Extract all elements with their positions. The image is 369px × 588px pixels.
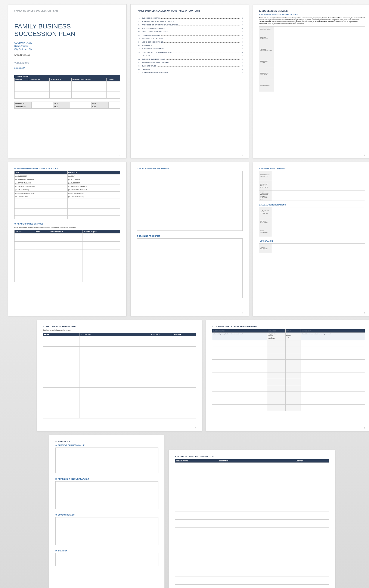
page-2-toc: FAMILY BUSINESS SUCCESSION PLAN TABLE OF…	[130, 4, 249, 158]
table-row: (ex. OPERATIONS)(ex. OFFICE MANAGER)	[15, 195, 120, 198]
page-1-cover: FAMILY BUSINESS SUCCESSION PLAN FAMILY B…	[8, 4, 127, 158]
web-address: webaddress.com	[14, 54, 120, 56]
page-10-supporting-docs: 5. SUPPORTING DOCUMENTATION DOCUMENT NAM…	[168, 450, 335, 588]
toc-item: 3.CONTINGENCY / RISK MANAGEMENT4	[137, 51, 243, 53]
version-history-caption: VERSION HISTORY	[14, 75, 120, 78]
toc-item: A.CURRENT BUSINESS VALUE4	[137, 58, 243, 60]
buyout-details-box	[55, 517, 158, 545]
section-1f-heading: F. REGISTRATION CHANGES	[259, 167, 365, 170]
table-row: (ex. SUCCESSOR)(ex. SELF)	[15, 175, 120, 178]
table-row: (ex. OFFICE MANAGER)(ex. SUCCESSOR)	[15, 181, 120, 185]
page-6-registration-legal-insurance: F. REGISTRATION CHANGES REGISTRATION TRA…	[253, 162, 369, 316]
taxation-box	[55, 553, 158, 566]
key-personnel-table: JOB TITLENAME SKILLS REQUIREDTRAINING RE…	[14, 230, 120, 282]
page-5-skills-training: D. SKILL RETENTION STRATEGIES E. TRAININ…	[130, 162, 249, 316]
table-row	[175, 487, 329, 495]
table-row: (ex. SALESPERSON)(ex. MARKETING MANAGER)	[15, 188, 120, 192]
toc-item: C.KEY PERSONNEL CHANGES4	[137, 27, 243, 29]
header-small: FAMILY BUSINESS SUCCESSION PLAN	[14, 10, 120, 12]
section-1g-heading: G. LEGAL CONSIDERATIONS	[259, 204, 365, 206]
section-1e-heading: E. TRAINING PROGRAMS	[137, 235, 243, 237]
page-4-org-personnel: B. PROPOSED ORGANIZATIONAL STRUCTURE TIT…	[8, 162, 127, 316]
toc-item: A.BUSINESS AND SUCCESSION DETAILS3	[137, 21, 243, 22]
page-9-finances: 4. FINANCES A. CURRENT BUSINESS VALUE B.…	[49, 435, 165, 588]
table-row	[175, 552, 329, 560]
timeframe-table: PHASE ACTION ITEMS START DATE END DATE	[43, 333, 196, 418]
toc-item: C.BUYOUT DETAILS4	[137, 65, 243, 67]
section-1d-heading: D. SKILL RETENTION STRATEGIES	[137, 167, 243, 170]
current-business-value-box	[55, 447, 158, 473]
toc-item: H.INSURANCE4	[137, 44, 243, 46]
insurance-table: CURRENT INSURANCE	[259, 243, 365, 253]
section-4-heading: 4. FINANCES	[55, 440, 158, 443]
business-details-table: BUSINESS NAME BUSINESS STRUCTURE PLANNED…	[259, 26, 365, 92]
table-row	[175, 471, 329, 479]
page-8-risk: 3. CONTINGENCY / RISK MANAGEMENT SUCCESS…	[206, 320, 369, 431]
table-row	[175, 511, 329, 520]
toc-item: B.PROPOSED ORGANIZATIONAL STRUCTURE4	[137, 24, 243, 26]
toc-header: FAMILY BUSINESS SUCCESSION PLAN TABLE OF…	[137, 10, 243, 12]
registration-changes-table: REGISTRATION TRANSFERS CHANGE OF BUSINES…	[259, 171, 365, 201]
toc-item: 4.FINANCES4	[137, 55, 243, 57]
section-1-heading: 1. SUCCESSION DETAILS	[259, 10, 365, 12]
date-line: 00/00/0000	[14, 67, 120, 70]
section-3-heading: 3. CONTINGENCY / RISK MANAGEMENT	[212, 325, 365, 328]
table-row	[175, 577, 329, 585]
toc-item: G.LEGAL CONSIDERATIONS4	[137, 41, 243, 43]
section-1a-heading: A. BUSINESS AND SUCCESSION DETAILS	[259, 13, 365, 16]
table-row	[175, 495, 329, 503]
org-structure-table: TITLEREPORTS TO (ex. SUCCESSOR)(ex. SELF…	[14, 171, 120, 219]
version-history-table: VERSION APPROVED BY REVISION DATE DESCRI…	[14, 78, 120, 99]
section-4b-heading: B. RETIREMENT INCOME / PAYMENT	[55, 478, 158, 480]
training-programs-box	[137, 238, 243, 298]
table-row	[175, 536, 329, 544]
table-row	[175, 479, 329, 487]
section-4d-heading: D. TAXATION	[55, 550, 158, 552]
legal-considerations-table: CONTRACTS / LEGAL DOCUMENTS BUY-SELL AGR…	[259, 207, 365, 237]
toc-item: 1.SUCCESSION DETAILS3	[137, 17, 243, 19]
toc-item: E.TRAINING PROGRAMS4	[137, 34, 243, 36]
toc-item: D.SKILL RETENTION STRATEGIES4	[137, 31, 243, 33]
section-1a-instructions: Business Name as registered; Business St…	[259, 17, 365, 25]
table-row: (ex. EVENTS COORDINATOR)(ex. MARKETING M…	[15, 185, 120, 188]
table-row	[175, 568, 329, 577]
risk-table: SUCCESSION RISK LIKELIHOOD IMPACT CONTIN…	[212, 329, 365, 411]
retirement-income-box	[55, 481, 158, 509]
table-row	[175, 544, 329, 552]
toc-item: B.RETIREMENT INCOME / PAYMENT4	[137, 62, 243, 63]
table-row: (ex. EXECUTIVE ASSISTANT)(ex. OFFICE MAN…	[15, 192, 120, 195]
table-row	[175, 528, 329, 536]
section-4c-heading: C. BUYOUT DETAILS	[55, 514, 158, 516]
doc-title: FAMILY BUSINESSSUCCESSION PLAN	[14, 23, 120, 37]
section-1c-heading: C. KEY PERSONNEL CHANGES	[14, 223, 120, 225]
company-info: COMPANY NAME Street Address City, State …	[14, 41, 120, 51]
version-line: VERSION 0.0.0	[14, 62, 120, 64]
section-1b-heading: B. PROPOSED ORGANIZATIONAL STRUCTURE	[14, 167, 120, 170]
toc-item: 2.SUCCESSION TIMEFRAME4	[137, 48, 243, 50]
section-2-heading: 2. SUCCESSION TIMEFRAME	[43, 325, 196, 328]
section-2-instructions: Detail each phase in the succession proc…	[43, 329, 196, 331]
table-row	[175, 503, 329, 511]
skill-retention-box	[137, 171, 243, 231]
section-5-heading: 5. SUPPORTING DOCUMENTATION	[175, 455, 329, 458]
table-row: (ex. MARKETING MANAGER)(ex. SUCCESSOR)	[15, 178, 120, 181]
toc-list: 1.SUCCESSION DETAILS3A.BUSINESS AND SUCC…	[137, 17, 243, 74]
page-3-succession-details: 1. SUCCESSION DETAILS A. BUSINESS AND SU…	[253, 4, 369, 158]
page-7-timeframe: 2. SUCCESSION TIMEFRAME Detail each phas…	[37, 320, 202, 431]
signoff-table: PREPARED BY TITLE DATE APPROVED BY TITLE…	[14, 102, 120, 109]
section-4a-heading: A. CURRENT BUSINESS VALUE	[55, 444, 158, 446]
toc-item: 5.SUPPORTING DOCUMENTATION4	[137, 72, 243, 74]
toc-item: F.REGISTRATION CHANGES4	[137, 38, 243, 40]
table-row	[175, 520, 329, 528]
section-1c-instructions: List all organizational positions and in…	[14, 226, 120, 228]
supporting-docs-table: DOCUMENT NAME DESCRIPTION LOCATION	[175, 459, 329, 585]
table-row	[175, 560, 329, 568]
table-row	[175, 463, 329, 471]
toc-item: D.TAXATION4	[137, 68, 243, 70]
section-1h-heading: H. INSURANCE	[259, 240, 365, 242]
